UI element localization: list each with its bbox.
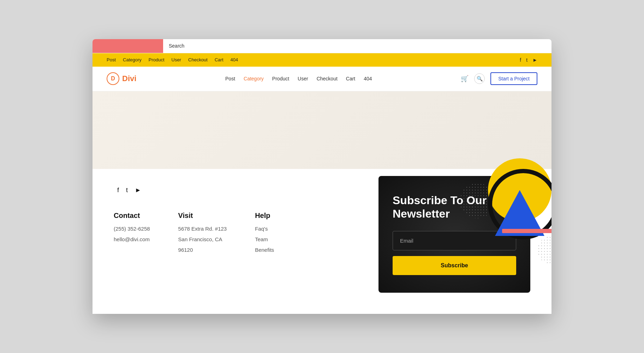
yellow-nav-404[interactable]: 404 [231,57,238,62]
subscribe-button[interactable]: Subscribe [393,256,516,275]
logo-circle: D [107,72,119,85]
youtube-icon[interactable]: ► [532,57,537,63]
footer-col-help: Help Faq's Team Benefits [255,212,274,256]
dots-circle-2 [537,236,551,264]
help-team[interactable]: Team [255,235,274,244]
footer-col-contact: Contact (255) 352-6258 hello@divi.com [114,212,150,256]
yellow-nav-product[interactable]: Product [149,57,165,62]
start-project-button[interactable]: Start a Project [490,72,537,85]
hero-section [93,91,551,169]
main-nav-links: Post Category Product User Checkout Cart… [225,76,372,81]
nav-product[interactable]: Product [272,76,289,81]
help-benefits[interactable]: Benefits [255,246,274,254]
yellow-nav-links: Post Category Product User Checkout Cart… [107,57,238,62]
yellow-nav-cart[interactable]: Cart [215,57,223,62]
nav-checkout[interactable]: Checkout [317,76,338,81]
contact-email: hello@divi.com [114,235,150,244]
cart-icon[interactable]: 🛒 [461,75,469,83]
help-heading: Help [255,212,274,220]
footer-left: f t ► Contact (255) 352-6258 hello@divi.… [114,187,378,293]
footer-col-visit: Visit 5678 Extra Rd. #123 San Francisco,… [178,212,227,256]
content-area: f t ► Contact (255) 352-6258 hello@divi.… [93,91,551,314]
top-bar-pink-accent [93,39,163,53]
footer-twitter-icon[interactable]: t [126,187,128,194]
footer-social-row: f t ► [114,187,378,194]
logo-name: Divi [122,74,136,83]
yellow-nav-checkout[interactable]: Checkout [188,57,208,62]
yellow-nav-category[interactable]: Category [123,57,142,62]
yellow-nav-post[interactable]: Post [107,57,116,62]
search-label: Search [163,43,190,49]
visit-heading: Visit [178,212,227,220]
contact-heading: Contact [114,212,150,220]
visit-zip: 96120 [178,246,227,254]
email-input[interactable] [393,231,516,250]
footer-columns: Contact (255) 352-6258 hello@divi.com Vi… [114,212,378,256]
top-bar: Search [93,39,551,53]
newsletter-section: Subscribe To Our Newsletter Subscribe [378,176,530,293]
help-faqs[interactable]: Faq's [255,225,274,233]
contact-phone: (255) 352-6258 [114,225,150,233]
visit-address2: San Francisco, CA [178,235,227,244]
visit-address1: 5678 Extra Rd. #123 [178,225,227,233]
newsletter-title: Subscribe To Our Newsletter [393,194,516,221]
main-nav-right: 🛒 🔍 Start a Project [461,72,537,85]
nav-category[interactable]: Category [244,76,264,81]
facebook-icon[interactable]: f [520,57,521,63]
footer-facebook-icon[interactable]: f [117,187,119,194]
footer-section: f t ► Contact (255) 352-6258 hello@divi.… [93,169,551,314]
nav-404[interactable]: 404 [364,76,372,81]
nav-post[interactable]: Post [225,76,235,81]
footer-youtube-icon[interactable]: ► [135,187,141,194]
browser-window: Search Post Category Product User Checko… [93,39,551,314]
main-nav: D Divi Post Category Product User Checko… [93,67,551,91]
twitter-icon[interactable]: t [526,57,527,63]
yellow-nav-social: f t ► [520,57,537,63]
nav-cart[interactable]: Cart [346,76,355,81]
yellow-nav-bar: Post Category Product User Checkout Cart… [93,53,551,67]
search-button[interactable]: 🔍 [474,73,485,84]
yellow-nav-user[interactable]: User [172,57,181,62]
nav-user[interactable]: User [298,76,308,81]
logo[interactable]: D Divi [107,72,136,85]
